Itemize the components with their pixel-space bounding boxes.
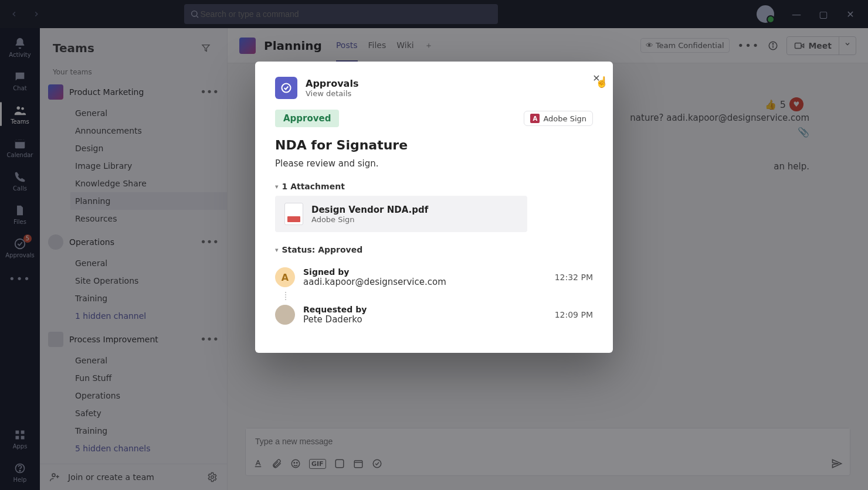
approval-description: Please review and sign. bbox=[275, 158, 593, 169]
status-toggle[interactable]: ▾ Status: Approved bbox=[275, 245, 593, 254]
timeline-item-signed: A Signed by aadi.kapoor@designservice.co… bbox=[275, 263, 593, 292]
chevron-down-icon: ▾ bbox=[275, 183, 279, 190]
timeline-value: Pete Daderko bbox=[303, 314, 547, 325]
timeline-item-requested: Requested by Pete Daderko 12:09 PM bbox=[275, 300, 593, 329]
timeline-value: aadi.kapoor@designservice.com bbox=[303, 277, 547, 287]
timeline-label: Requested by bbox=[303, 305, 547, 314]
modal-app-name: Approvals bbox=[306, 78, 358, 89]
modal-subtitle: View details bbox=[306, 89, 358, 98]
adobe-sign-chip[interactable]: A Adobe Sign bbox=[524, 111, 593, 126]
modal-scrim[interactable]: ✕ ☝️ Approvals View details Approved A A… bbox=[0, 0, 868, 490]
status-pill: Approved bbox=[275, 110, 339, 127]
requester-avatar bbox=[275, 305, 295, 325]
attachment-filename: Design Vendor NDA.pdf bbox=[311, 205, 428, 215]
adobe-label: Adobe Sign bbox=[543, 114, 586, 123]
chevron-down-icon: ▾ bbox=[275, 246, 279, 254]
adobe-icon: A bbox=[530, 114, 540, 123]
timeline-connector bbox=[285, 292, 593, 300]
pdf-file-icon bbox=[284, 203, 303, 225]
timeline-time: 12:32 PM bbox=[555, 273, 593, 282]
status-header: Status: Approved bbox=[282, 245, 363, 254]
attachment-card[interactable]: Design Vendor NDA.pdf Adobe Sign bbox=[275, 196, 527, 232]
timeline-label: Signed by bbox=[303, 267, 547, 277]
timeline-time: 12:09 PM bbox=[555, 310, 593, 319]
attachment-source: Adobe Sign bbox=[311, 215, 428, 224]
signer-avatar: A bbox=[275, 267, 295, 287]
approval-title: NDA for Signature bbox=[275, 138, 593, 152]
approvals-app-icon bbox=[275, 77, 297, 99]
approvals-modal: ✕ ☝️ Approvals View details Approved A A… bbox=[255, 62, 613, 353]
attachments-header: 1 Attachment bbox=[282, 182, 345, 191]
attachments-toggle[interactable]: ▾ 1 Attachment bbox=[275, 182, 593, 191]
cursor-icon: ☝️ bbox=[595, 76, 608, 88]
